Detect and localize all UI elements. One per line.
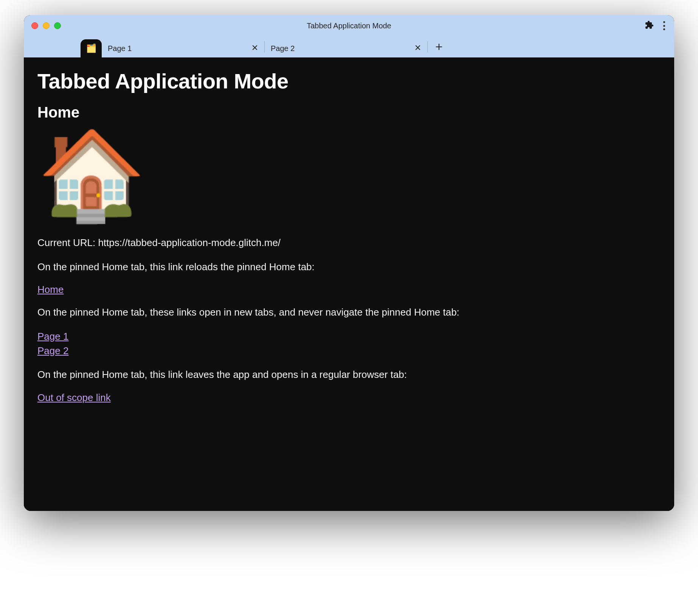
page-content: Tabbed Application Mode Home 🏠 Current U… [24, 57, 674, 511]
tab-divider [427, 41, 428, 53]
tab-page-2[interactable]: Page 2 [265, 39, 427, 57]
page-subtitle: Home [37, 104, 661, 121]
window-close-button[interactable] [31, 22, 38, 29]
tab-label: Page 2 [271, 44, 414, 53]
app-window: Tabbed Application Mode 🗂️ [24, 15, 674, 511]
more-menu-icon[interactable] [663, 21, 665, 30]
house-icon: 🏠 [37, 132, 661, 218]
tab-label: Page 1 [108, 44, 251, 53]
link-page-1[interactable]: Page 1 [37, 330, 661, 344]
titlebar: Tabbed Application Mode [24, 15, 674, 36]
para-reload: On the pinned Home tab, this link reload… [37, 260, 661, 274]
current-url-line: Current URL: https://tabbed-application-… [37, 236, 661, 250]
link-out-of-scope[interactable]: Out of scope link [37, 392, 111, 403]
extensions-icon[interactable] [645, 20, 654, 31]
link-home[interactable]: Home [37, 284, 64, 295]
traffic-lights [31, 22, 61, 29]
close-icon[interactable] [414, 44, 421, 53]
para-outofscope: On the pinned Home tab, this link leaves… [37, 368, 661, 382]
window-minimize-button[interactable] [43, 22, 50, 29]
close-icon[interactable] [251, 44, 258, 53]
para-newtabs: On the pinned Home tab, these links open… [37, 305, 661, 320]
pinned-tab-favicon-icon: 🗂️ [86, 44, 96, 53]
pinned-home-tab[interactable]: 🗂️ [81, 39, 102, 57]
new-tab-button[interactable] [431, 39, 447, 55]
window-maximize-button[interactable] [54, 22, 61, 29]
tabstrip: 🗂️ Page 1 Page 2 [24, 36, 674, 57]
tab-page-1[interactable]: Page 1 [102, 39, 264, 57]
page-title: Tabbed Application Mode [37, 69, 661, 93]
link-page-2[interactable]: Page 2 [37, 344, 661, 358]
window-title: Tabbed Application Mode [307, 22, 391, 30]
